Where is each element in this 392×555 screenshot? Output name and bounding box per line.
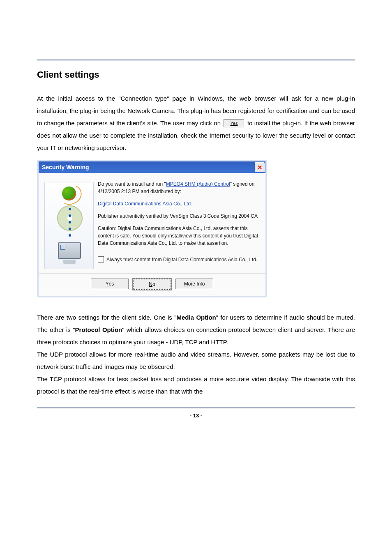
checkbox-icon[interactable]	[98, 256, 104, 263]
no-text: o	[152, 281, 155, 287]
udp-paragraph: The UDP protocol allows for more real-ti…	[37, 348, 355, 373]
protocol-option-strong: Protocol Option	[75, 326, 122, 333]
top-rule	[37, 60, 355, 60]
more-text: ore Info	[188, 281, 205, 287]
media-option-strong: Media Option	[176, 314, 216, 321]
security-warning-dialog: Security Warning ✕	[37, 160, 267, 297]
dialog-icon-column	[44, 180, 98, 269]
always-trust-text: lways trust content from Digital Data Co…	[110, 257, 257, 263]
intro-paragraph: At the initial access to the "Connection…	[37, 92, 355, 154]
always-trust-accel: A	[106, 257, 110, 263]
p2a: There are two settings for the client si…	[37, 314, 176, 321]
close-icon[interactable]: ✕	[255, 162, 265, 172]
tcp-paragraph: The TCP protocol allows for less packet …	[37, 373, 355, 398]
dialog-titlebar: Security Warning ✕	[39, 161, 265, 173]
yes-button[interactable]: Yes	[91, 279, 129, 289]
bottom-rule	[37, 408, 355, 408]
more-accel: M	[184, 281, 188, 287]
dialog-line1: Do you want to install and run "MPEG4 SH…	[98, 180, 260, 195]
install-graphic-icon	[44, 182, 94, 269]
always-trust-row[interactable]: Always trust content from Digital Data C…	[98, 256, 260, 263]
publisher-link[interactable]: Digital Data Communications Asia Co., Lt…	[98, 201, 192, 207]
settings-paragraph: There are two settings for the client si…	[37, 311, 355, 348]
yes-accel: Y	[106, 281, 109, 287]
mpeg4-link[interactable]: MPEG4 SHM (Audio) Control	[166, 181, 230, 187]
heading: Client settings	[37, 69, 355, 80]
yes-text: es	[109, 281, 114, 287]
page-number: - 13 -	[37, 412, 355, 419]
yes-button-inline-graphic: Yes	[224, 119, 244, 127]
dialog-title-text: Security Warning	[42, 164, 89, 170]
no-button[interactable]: No	[133, 279, 171, 290]
dialog-text-column: Do you want to install and run "MPEG4 SH…	[98, 180, 260, 269]
dialog-line1a: Do you want to install and run "	[98, 181, 166, 187]
more-info-button[interactable]: More Info	[175, 279, 213, 289]
dialog-button-row: Yes No More Info	[39, 273, 265, 296]
dialog-line-caution: Caution: Digital Data Communications Asi…	[98, 225, 260, 247]
no-accel: N	[149, 281, 152, 287]
always-trust-label: Always trust content from Digital Data C…	[106, 256, 258, 263]
dialog-line-authenticity: Publisher authenticity verified by VeriS…	[98, 212, 260, 220]
